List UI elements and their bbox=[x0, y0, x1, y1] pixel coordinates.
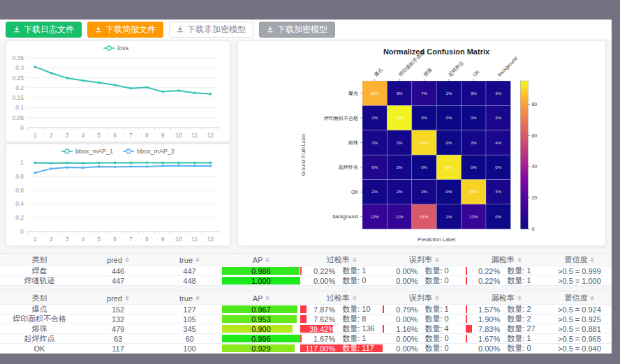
cell-pred: 152 bbox=[79, 305, 157, 314]
sort-caret[interactable] bbox=[125, 294, 129, 303]
confusion-matrix-title: Normalized Confusion Matrix bbox=[383, 47, 489, 56]
svg-text:0.05: 0.05 bbox=[12, 114, 24, 121]
column-header-pred[interactable]: pred bbox=[79, 254, 157, 266]
svg-text:0: 0 bbox=[20, 228, 24, 235]
svg-text:7: 7 bbox=[129, 236, 133, 243]
svg-text:Prediction Label: Prediction Label bbox=[418, 236, 455, 243]
svg-text:0%: 0% bbox=[446, 116, 452, 120]
cell-class: 爆点 bbox=[0, 305, 79, 314]
cell-true: 345 bbox=[157, 324, 222, 333]
cell-mis-rate: 0.00%数量: 0 bbox=[383, 314, 465, 324]
cell-miss-rate: 1.67%数量: 1 bbox=[466, 334, 547, 343]
svg-text:2%: 2% bbox=[397, 190, 403, 194]
svg-text:3%: 3% bbox=[495, 91, 501, 96]
sort-caret[interactable] bbox=[435, 294, 439, 303]
column-header-true[interactable]: true bbox=[157, 292, 222, 304]
column-header-miss[interactable]: 漏检率 bbox=[466, 292, 547, 304]
column-header-conf[interactable]: 置信度 bbox=[547, 254, 612, 266]
column-header-mis[interactable]: 误判率 bbox=[383, 292, 465, 304]
sort-caret[interactable] bbox=[517, 294, 522, 303]
svg-text:0%: 0% bbox=[495, 215, 501, 219]
sort-caret[interactable] bbox=[590, 255, 594, 265]
cell-confidence: >0.5 = 0.881 bbox=[547, 324, 612, 333]
rate-bar bbox=[466, 335, 467, 342]
column-header-miss[interactable]: 漏检率 bbox=[466, 254, 547, 266]
svg-text:60: 60 bbox=[531, 133, 537, 138]
cell-mis-rate: 0.79%数量: 1 bbox=[383, 305, 465, 314]
cell-mis-rate: 1.16%数量: 4 bbox=[383, 324, 465, 333]
cell-confidence: >0.5 = 0.999 bbox=[547, 266, 612, 275]
svg-text:83%: 83% bbox=[371, 91, 380, 96]
svg-text:0.8: 0.8 bbox=[15, 173, 24, 180]
legend-item-loss[interactable]: loss bbox=[103, 45, 129, 52]
svg-text:1%: 1% bbox=[446, 91, 452, 96]
svg-text:0.2: 0.2 bbox=[15, 214, 24, 221]
svg-text:7: 7 bbox=[129, 132, 133, 139]
column-header-pred[interactable]: pred bbox=[79, 292, 157, 304]
svg-text:3%: 3% bbox=[371, 141, 378, 145]
sort-caret[interactable] bbox=[125, 255, 129, 265]
cell-over-rate: 39.42%数量: 136 bbox=[300, 324, 383, 333]
column-header-ap[interactable]: AP bbox=[222, 292, 300, 304]
column-header-mis[interactable]: 误判率 bbox=[383, 254, 465, 266]
svg-text:3: 3 bbox=[66, 132, 69, 139]
cell-true: 127 bbox=[157, 305, 222, 314]
svg-text:熔珠: 熔珠 bbox=[348, 140, 358, 145]
class-metrics-table: 类别predtrueAP过检率误判率漏检率置信度爆点1521270.9677.8… bbox=[0, 291, 612, 354]
svg-text:Ground Truth Label: Ground Truth Label bbox=[301, 134, 306, 176]
sort-caret[interactable] bbox=[353, 294, 357, 303]
cell-mis-rate: 0.00%数量: 0 bbox=[383, 266, 465, 275]
cell-over-rate: 117.00%数量: 117 bbox=[300, 344, 383, 353]
sort-caret[interactable] bbox=[590, 294, 594, 303]
download-icon bbox=[13, 26, 20, 33]
download-button-2[interactable]: 下载简报文件 bbox=[87, 22, 163, 38]
svg-text:0.6: 0.6 bbox=[15, 187, 24, 194]
download-button-3[interactable]: 下载非加密模型 bbox=[169, 22, 253, 38]
download-icon bbox=[95, 26, 102, 33]
svg-text:0%: 0% bbox=[421, 116, 427, 120]
screenshot-root: { "toolbar": { "buttons": [ {"label": "下… bbox=[0, 0, 620, 364]
sort-caret[interactable] bbox=[265, 255, 270, 265]
svg-text:0.2: 0.2 bbox=[15, 84, 24, 91]
column-header-over[interactable]: 过检率 bbox=[300, 254, 383, 266]
svg-text:4: 4 bbox=[82, 132, 85, 139]
svg-text:6: 6 bbox=[113, 236, 117, 243]
svg-text:9: 9 bbox=[161, 236, 165, 243]
rate-bar bbox=[466, 277, 467, 285]
sort-caret[interactable] bbox=[353, 255, 357, 265]
sort-caret[interactable] bbox=[195, 294, 200, 303]
legend-item-bbox_mAP_1[interactable]: bbox_mAP_1 bbox=[61, 148, 113, 155]
cell-ap: 0.953 bbox=[222, 314, 300, 324]
cell-pred: 132 bbox=[79, 314, 157, 324]
cell-ap: 0.900 bbox=[222, 324, 300, 333]
column-header-cls: 类别 bbox=[0, 254, 79, 266]
column-header-over[interactable]: 过检率 bbox=[300, 292, 383, 304]
table-row: 焊印面积不合格1321050.9537.62%数量: 80.00%数量: 01.… bbox=[0, 314, 612, 324]
legend-item-bbox_mAP_2[interactable]: bbox_mAP_2 bbox=[123, 148, 175, 155]
download-button-4[interactable]: 下载加密模型 bbox=[259, 22, 335, 38]
svg-text:4%: 4% bbox=[495, 141, 501, 145]
svg-text:0%: 0% bbox=[495, 165, 501, 169]
svg-text:0%: 0% bbox=[471, 165, 477, 169]
download-button-1[interactable]: 下载日志文件 bbox=[6, 22, 82, 38]
table-row: 焊盘4464470.9860.22%数量: 10.00%数量: 00.22%数量… bbox=[0, 266, 612, 276]
svg-text:9: 9 bbox=[161, 132, 165, 139]
svg-text:2%: 2% bbox=[371, 116, 378, 120]
metrics-tables: 类别predtrueAP过检率误判率漏检率置信度焊盘4464470.9860.2… bbox=[0, 253, 612, 359]
svg-text:2: 2 bbox=[50, 132, 53, 139]
column-header-true[interactable]: true bbox=[157, 254, 222, 266]
cell-mis-rate: 0.00%数量: 0 bbox=[383, 334, 465, 343]
svg-text:0%: 0% bbox=[446, 190, 452, 194]
sort-caret[interactable] bbox=[517, 255, 522, 265]
cell-miss-rate: 1.57%数量: 2 bbox=[466, 305, 547, 314]
sort-caret[interactable] bbox=[435, 255, 439, 265]
dashboard-page: 下载日志文件下载简报文件下载非加密模型下载加密模型 00.050.10.150.… bbox=[0, 20, 612, 352]
table-header-row: 类别predtrueAP过检率误判率漏检率置信度 bbox=[0, 254, 612, 266]
sort-caret[interactable] bbox=[195, 255, 200, 265]
table-header-row: 类别predtrueAP过检率误判率漏检率置信度 bbox=[0, 292, 612, 305]
column-header-conf[interactable]: 置信度 bbox=[547, 292, 612, 304]
sort-caret[interactable] bbox=[265, 294, 270, 303]
button-label: 下载简报文件 bbox=[105, 22, 156, 37]
column-header-ap[interactable]: AP bbox=[222, 254, 300, 266]
svg-text:loss: loss bbox=[117, 45, 129, 52]
